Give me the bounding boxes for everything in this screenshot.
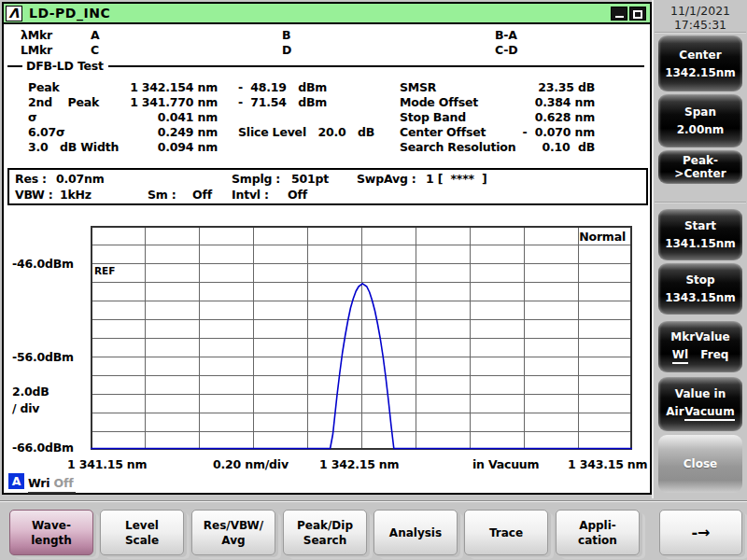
result-value: 0.384 nm <box>461 95 595 109</box>
menu-wavelength[interactable]: Wave- length <box>9 510 93 555</box>
maximize-button[interactable] <box>629 7 646 21</box>
softkey-span[interactable]: Span 2.00nm <box>658 94 742 147</box>
date-label: 11/1/2021 <box>654 4 747 18</box>
softkey-stop-value: 1343.15nm <box>658 291 742 304</box>
softkey-center[interactable]: Center 1342.15nm <box>658 35 742 91</box>
y-axis-tick-mid: -56.0dBm <box>12 350 74 364</box>
ref-level-label: REF <box>94 265 115 276</box>
interval-label: Intvl : <box>232 188 269 202</box>
y-axis-tick-bottom: -66.0dBm <box>12 441 74 455</box>
menu-level-scale-label-1: Level <box>101 519 183 532</box>
menu-res-vbw-avg-label-2: Avg <box>192 534 275 547</box>
softkey-value-in[interactable]: Value in Air Vacuum <box>658 377 742 431</box>
result-label: Peak <box>28 80 60 94</box>
res-value: 0.07nm <box>56 172 105 186</box>
time-label: 17:45:31 <box>654 18 747 32</box>
menu-trace[interactable]: Trace <box>464 510 548 555</box>
trace-write-status[interactable]: Wri Off <box>28 473 76 494</box>
vbw-value: 1kHz <box>60 188 92 202</box>
softkey-close-label: Close <box>658 457 742 470</box>
result-label: 2nd Peak <box>28 95 99 109</box>
measurement-window: Λ LD-PD_INC λMkr A B B-A LMkr C D C-D DF… <box>2 2 652 495</box>
marker-a-label: A <box>91 28 99 42</box>
option-air[interactable]: Air <box>666 405 684 421</box>
lambda-marker-label: λMkr <box>21 28 52 42</box>
menu-level-scale-label-2: Scale <box>101 534 183 547</box>
result-label: Stop Band <box>400 110 466 124</box>
level-marker-label: LMkr <box>21 43 52 57</box>
option-frequency[interactable]: Freq <box>700 348 728 364</box>
softkey-marker-value[interactable]: MkrValue Wl Freq <box>658 321 742 372</box>
softkey-stop[interactable]: Stop 1343.15nm <box>658 263 742 315</box>
menu-application-label-2: cation <box>557 534 639 547</box>
menu-groove-highlight <box>0 501 747 502</box>
softkey-peak-to-center[interactable]: Peak->Center <box>658 150 742 184</box>
softkey-peak-to-center-label: Peak->Center <box>658 154 742 180</box>
result-label: 6.07σ <box>28 125 65 139</box>
minimize-button[interactable] <box>611 7 627 21</box>
menu-peak-dip-search[interactable]: Peak/Dip Search <box>283 510 367 555</box>
marker-b-a-label: B-A <box>495 28 517 42</box>
sweep-avg-value: 1 [ **** ] <box>426 172 487 186</box>
softkey-center-value: 1342.15nm <box>658 66 742 79</box>
vbw-label: VBW : <box>15 188 53 202</box>
result-value: 23.35 dB <box>461 80 595 94</box>
marker-c-d-label: C-D <box>495 43 517 57</box>
trace-mode-label: Wri <box>28 476 54 490</box>
result-value: 1 342.154 nm <box>97 80 218 94</box>
result-extra: Slice Level 20.0 dB <box>238 125 374 139</box>
panel-divider-mid <box>655 202 746 203</box>
y-axis-scale-label: 2.0dB <box>12 385 49 399</box>
option-wavelength[interactable]: Wl <box>672 348 688 364</box>
softkey-center-label: Center <box>658 49 742 62</box>
smoothing-label: Sm : <box>148 188 176 202</box>
analysis-section-title: DFB-LD Test <box>26 59 104 73</box>
result-extra: - 71.54 dBm <box>238 95 327 109</box>
menu-peak-dip-search-label-2: Search <box>284 534 366 547</box>
app-logo-icon: Λ <box>6 6 22 21</box>
result-value: 0.628 nm <box>461 110 595 124</box>
x-axis-tick-left: 1 341.15 nm <box>67 457 147 471</box>
sampling-value: 501pt <box>291 172 329 186</box>
result-value: 0.094 nm <box>97 140 218 154</box>
panel-divider-top <box>655 32 746 34</box>
softkey-start[interactable]: Start 1341.15nm <box>658 209 742 260</box>
y-axis-tick-top: -46.0dBm <box>12 257 74 271</box>
osa-screen: Λ LD-PD_INC λMkr A B B-A LMkr C D C-D DF… <box>0 0 747 560</box>
result-value: - 0.070 nm <box>461 125 595 139</box>
maximize-icon <box>633 10 642 19</box>
softkey-start-value: 1341.15nm <box>658 237 742 250</box>
y-axis-scale-label-2: / div <box>12 401 39 415</box>
result-value: 0.041 nm <box>97 110 218 124</box>
marker-c-label: C <box>91 43 99 57</box>
interval-value: Off <box>288 188 307 202</box>
trace-a-badge[interactable]: A <box>8 473 24 489</box>
softkey-close[interactable]: Close <box>658 435 742 493</box>
menu-application-label-1: Appli- <box>557 519 639 532</box>
sampling-label: Smplg : <box>232 172 280 186</box>
sweep-avg-label: SwpAvg : <box>357 172 416 186</box>
menu-more-button[interactable]: -→ <box>659 510 742 555</box>
softkey-stop-label: Stop <box>658 273 742 287</box>
menu-application[interactable]: Appli- cation <box>556 510 640 555</box>
option-vacuum[interactable]: Vacuum <box>684 405 734 421</box>
menu-res-vbw-avg[interactable]: Res/VBW/ Avg <box>191 510 275 555</box>
softkey-span-label: Span <box>658 105 742 119</box>
section-rule-right <box>108 65 644 67</box>
result-extra: - 48.19 dBm <box>238 80 327 94</box>
spectrum-plot-area <box>91 226 632 450</box>
result-value: 0.10 dB <box>461 140 595 154</box>
menu-analysis[interactable]: Analysis <box>374 510 458 555</box>
smoothing-value: Off <box>192 188 212 202</box>
section-rule-left <box>7 65 22 67</box>
menu-res-vbw-avg-label-1: Res/VBW/ <box>192 519 275 532</box>
marker-d-label: D <box>282 43 291 57</box>
result-value: 1 341.770 nm <box>97 95 218 109</box>
minimize-icon <box>615 16 624 18</box>
softkey-span-value: 2.00nm <box>658 123 742 136</box>
softkey-value-in-label: Value in <box>658 387 742 400</box>
display-mode-label: Normal <box>523 230 626 244</box>
menu-peak-dip-search-label-1: Peak/Dip <box>284 519 366 532</box>
x-axis-tick-right: 1 343.15 nm <box>568 457 647 471</box>
menu-level-scale[interactable]: Level Scale <box>100 510 184 555</box>
